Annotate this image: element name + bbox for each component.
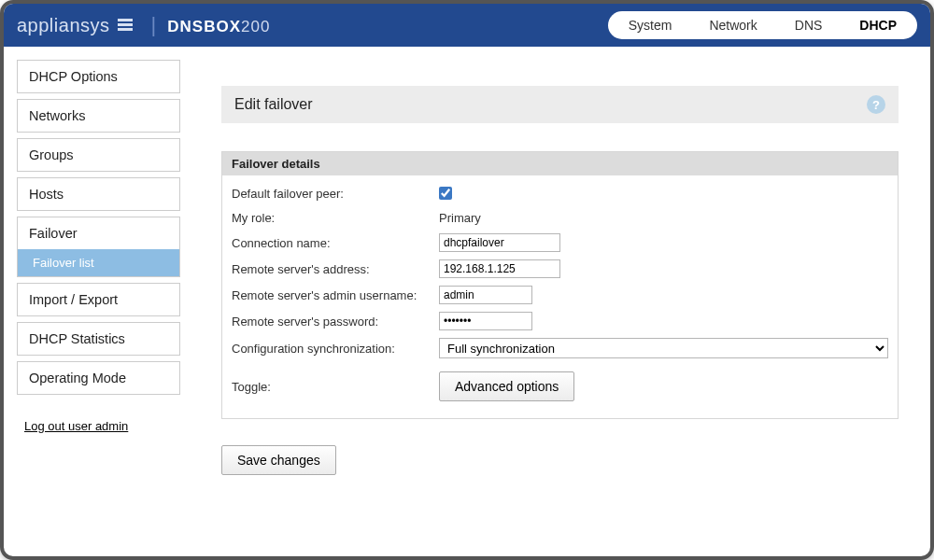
row-default-peer: Default failover peer:	[232, 181, 888, 205]
row-toggle: Toggle: Advanced options	[232, 362, 888, 407]
failover-form: Default failover peer: My role: Primary …	[222, 175, 898, 418]
sidebar-subitem-failover-list[interactable]: Failover list	[18, 249, 179, 276]
save-row: Save changes	[221, 445, 899, 475]
label-remote-username: Remote server's admin username:	[232, 288, 439, 302]
input-remote-username[interactable]	[439, 286, 532, 304]
row-role: My role: Primary	[232, 205, 888, 230]
panel-body: Failover details Default failover peer: …	[221, 151, 899, 419]
sidebar-item-failover[interactable]: Failover	[18, 217, 179, 249]
sidebar-item-hosts[interactable]: Hosts	[17, 177, 180, 211]
label-remote-password: Remote server's password:	[232, 315, 439, 329]
sidebar-group-failover: Failover Failover list	[17, 217, 180, 277]
row-config-sync: Configuration synchronization: Full sync…	[232, 334, 888, 362]
help-icon[interactable]: ?	[867, 95, 885, 114]
nav-dns[interactable]: DNS	[795, 18, 823, 33]
logout-link[interactable]: Log out user admin	[24, 419, 128, 433]
input-remote-address[interactable]	[439, 259, 560, 278]
panel-title: Edit failover	[234, 96, 313, 113]
nav-dhcp[interactable]: DHCP	[859, 18, 897, 33]
sidebar-item-dhcp-statistics[interactable]: DHCP Statistics	[17, 322, 180, 356]
label-role: My role:	[232, 211, 439, 225]
input-connection-name[interactable]	[439, 233, 560, 252]
sidebar-item-import-export[interactable]: Import / Export	[17, 283, 180, 316]
select-config-sync[interactable]: Full synchronization	[439, 338, 888, 358]
panel-header: Edit failover ?	[221, 86, 899, 123]
section-title: Failover details	[222, 152, 898, 175]
main-panel: Edit failover ? Failover details Default…	[193, 60, 917, 543]
sidebar: DHCP Options Networks Groups Hosts Failo…	[17, 60, 180, 543]
label-connection-name: Connection name:	[232, 236, 439, 250]
app-window: appliansys | DNSBOX200 System Network DN…	[0, 0, 934, 560]
nav-network[interactable]: Network	[709, 18, 757, 33]
row-remote-address: Remote server's address:	[232, 256, 888, 282]
product-name: DNSBOX200	[167, 18, 270, 36]
top-nav: System Network DNS DHCP	[608, 11, 917, 39]
label-remote-address: Remote server's address:	[232, 262, 439, 276]
brand-logo: appliansys	[17, 15, 110, 36]
sidebar-item-operating-mode[interactable]: Operating Mode	[17, 361, 180, 395]
label-config-sync: Configuration synchronization:	[232, 342, 439, 356]
brand-separator: |	[151, 13, 157, 37]
row-connection-name: Connection name:	[232, 230, 888, 256]
sidebar-item-groups[interactable]: Groups	[17, 138, 180, 172]
input-remote-password[interactable]	[439, 312, 532, 330]
brand: appliansys | DNSBOX200	[17, 13, 270, 37]
nav-system[interactable]: System	[629, 18, 672, 33]
label-toggle: Toggle:	[232, 380, 439, 394]
row-remote-password: Remote server's password:	[232, 308, 888, 334]
product-bold: DNSBOX	[167, 18, 241, 35]
top-bar: appliansys | DNSBOX200 System Network DN…	[4, 4, 930, 47]
sidebar-item-dhcp-options[interactable]: DHCP Options	[17, 60, 180, 93]
advanced-options-button[interactable]: Advanced options	[439, 371, 574, 401]
sidebar-item-networks[interactable]: Networks	[17, 99, 180, 133]
row-remote-username: Remote server's admin username:	[232, 282, 888, 308]
product-model: 200	[241, 18, 270, 35]
checkbox-default-peer[interactable]	[439, 187, 452, 200]
brand-bars-icon	[118, 19, 133, 32]
save-button[interactable]: Save changes	[221, 445, 336, 475]
label-default-peer: Default failover peer:	[232, 187, 439, 201]
logout-row: Log out user admin	[17, 419, 180, 433]
content-area: DHCP Options Networks Groups Hosts Failo…	[4, 47, 930, 556]
value-role: Primary	[439, 211, 481, 225]
